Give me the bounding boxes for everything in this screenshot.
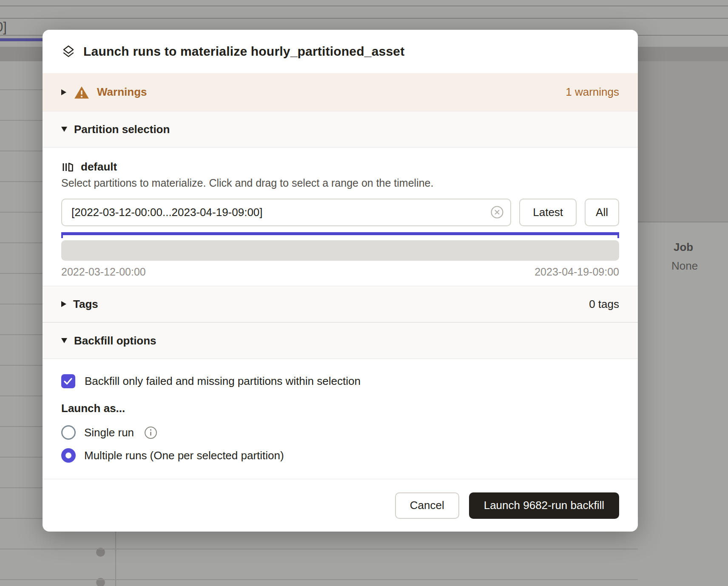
partition-selection-section-header[interactable]: Partition selection <box>43 111 638 148</box>
partition-timeline[interactable] <box>61 240 619 261</box>
chevron-down-icon <box>61 338 67 343</box>
partition-selection-content: default Select partitions to materialize… <box>43 148 638 286</box>
dialog-header: Launch runs to materialize hourly_partit… <box>43 30 638 73</box>
partition-selection-title: Partition selection <box>74 123 170 136</box>
info-icon[interactable] <box>144 426 157 439</box>
radio-circle <box>61 425 76 440</box>
partition-set-icon <box>61 161 74 174</box>
partition-range-field <box>61 199 511 226</box>
warnings-label: Warnings <box>97 85 147 99</box>
partition-dimension-name: default <box>81 160 117 174</box>
launch-backfill-button[interactable]: Launch 9682-run backfill <box>469 492 619 519</box>
tags-count: 0 tags <box>589 298 619 311</box>
timeline-end-label: 2023-04-19-09:00 <box>535 266 619 278</box>
clear-selection-icon[interactable] <box>490 205 504 219</box>
multiple-runs-radio[interactable]: Multiple runs (One per selected partitio… <box>61 447 619 464</box>
multiple-runs-label: Multiple runs (One per selected partitio… <box>84 449 284 462</box>
radio-circle <box>61 448 76 463</box>
all-button[interactable]: All <box>585 199 619 226</box>
backfill-options-section-header[interactable]: Backfill options <box>43 322 638 359</box>
cancel-button[interactable]: Cancel <box>395 492 459 519</box>
latest-button[interactable]: Latest <box>519 199 577 226</box>
chevron-right-icon <box>61 89 66 95</box>
single-run-label: Single run <box>84 426 134 439</box>
partition-range-input[interactable] <box>61 199 511 226</box>
backfill-checkbox-label: Backfill only failed and missing partiti… <box>85 375 361 388</box>
warnings-section-header[interactable]: Warnings 1 warnings <box>43 73 638 111</box>
single-run-radio[interactable]: Single run <box>61 424 619 441</box>
backfill-options-title: Backfill options <box>74 334 156 347</box>
timeline-start-label: 2022-03-12-00:00 <box>61 266 146 278</box>
dialog-footer: Cancel Launch 9682-run backfill <box>43 479 638 532</box>
chevron-down-icon <box>61 127 67 132</box>
timeline-selection-bracket <box>61 232 619 238</box>
partition-selection-description: Select partitions to materialize. Click … <box>61 177 619 189</box>
materialize-layers-icon <box>61 44 76 59</box>
tags-title: Tags <box>73 298 98 311</box>
backfill-checkbox[interactable] <box>61 374 75 388</box>
chevron-right-icon <box>61 301 66 307</box>
warning-triangle-icon <box>74 85 89 99</box>
dialog-title: Launch runs to materialize hourly_partit… <box>83 44 404 59</box>
warnings-count: 1 warnings <box>566 85 619 99</box>
launch-backfill-dialog: Launch runs to materialize hourly_partit… <box>43 30 638 532</box>
tags-section-header[interactable]: Tags 0 tags <box>43 286 638 322</box>
backfill-options-content: Backfill only failed and missing partiti… <box>43 359 638 479</box>
launch-as-label: Launch as... <box>61 402 619 415</box>
